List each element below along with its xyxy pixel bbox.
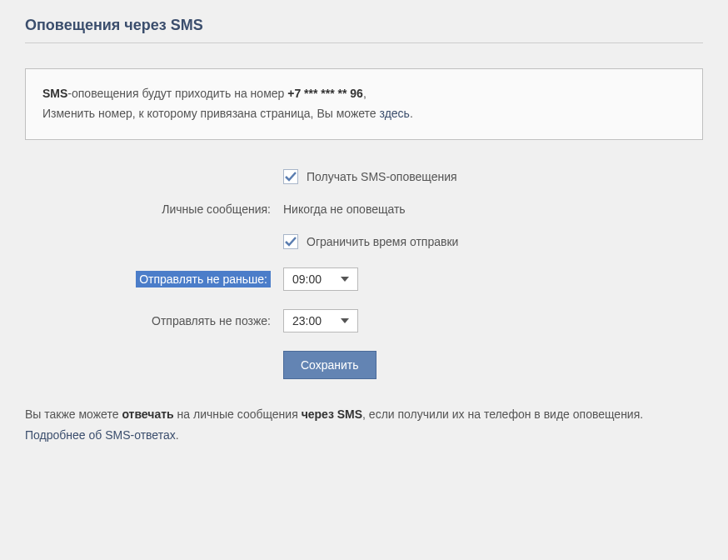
notice-text-1-end: , — [363, 87, 366, 100]
row-receive-sms: Получать SMS-оповещения — [75, 169, 703, 184]
save-button[interactable]: Сохранить — [283, 351, 376, 379]
notice-sms-bold: SMS — [42, 87, 67, 100]
personal-messages-value[interactable]: Никогда не оповещать — [283, 202, 406, 216]
page-heading: Оповещения через SMS — [25, 17, 703, 43]
receive-sms-label: Получать SMS-оповещения — [307, 170, 457, 183]
limit-time-label: Ограничить время отправки — [307, 235, 458, 248]
not-later-select[interactable]: 23:00 — [283, 309, 358, 332]
not-earlier-label-wrap: Отправлять не раньше: — [75, 272, 283, 286]
notice-text-2-end: . — [410, 107, 413, 120]
not-earlier-label: Отправлять не раньше: — [136, 271, 271, 288]
footer-part1: Вы также можете — [25, 408, 122, 421]
notice-text-2: Изменить номер, к которому привязана стр… — [42, 107, 380, 120]
caret-down-icon — [341, 277, 349, 282]
row-save: Сохранить — [75, 351, 703, 379]
row-not-later: Отправлять не позже: 23:00 — [75, 309, 703, 332]
row-personal-messages: Личные сообщения: Никогда не оповещать — [75, 202, 703, 216]
form-area: Получать SMS-оповещения Личные сообщения… — [75, 169, 703, 379]
not-earlier-select[interactable]: 09:00 — [283, 268, 358, 291]
footer-bold1: отвечать — [122, 408, 173, 421]
receive-sms-checkbox[interactable] — [283, 169, 298, 184]
checkmark-icon — [284, 170, 297, 183]
change-number-link[interactable]: здесь — [380, 107, 410, 120]
not-later-value: 23:00 — [292, 314, 322, 328]
footer-bold2: через SMS — [302, 408, 362, 421]
footer-part3: , если получили их на телефон в виде опо… — [362, 408, 643, 421]
footer-part2: на личные сообщения — [174, 408, 302, 421]
sms-replies-link[interactable]: Подробнее об SMS-ответах — [25, 428, 176, 442]
row-limit-time: Ограничить время отправки — [75, 234, 703, 249]
not-earlier-value: 09:00 — [292, 272, 322, 286]
caret-down-icon — [341, 318, 349, 323]
row-not-earlier: Отправлять не раньше: 09:00 — [75, 268, 703, 291]
notice-box: SMS-оповещения будут приходить на номер … — [25, 68, 703, 140]
notice-text-1: -оповещения будут приходить на номер — [67, 87, 287, 100]
notice-phone: +7 *** *** ** 96 — [287, 87, 363, 100]
personal-messages-label: Личные сообщения: — [75, 202, 283, 216]
limit-time-checkbox[interactable] — [283, 234, 298, 249]
checkmark-icon — [284, 235, 297, 248]
not-later-label: Отправлять не позже: — [75, 314, 283, 328]
footer-text: Вы также можете отвечать на личные сообщ… — [25, 404, 703, 446]
footer-end: . — [176, 428, 179, 442]
